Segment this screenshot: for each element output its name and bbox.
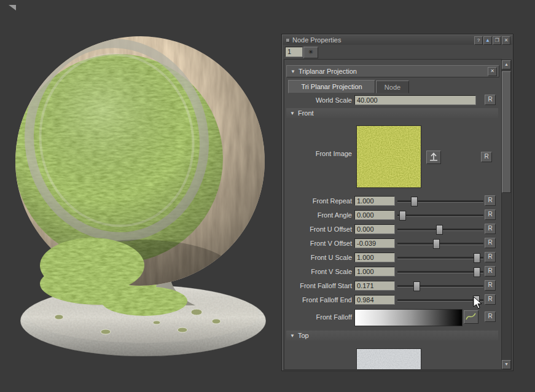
param-field[interactable]: -0.039	[354, 238, 395, 248]
collapse-triangle-icon[interactable]: ▼	[290, 111, 295, 116]
reset-button[interactable]: R	[485, 210, 496, 220]
panel-title: Node Properties	[292, 36, 342, 44]
slider-handle[interactable]	[411, 197, 418, 206]
node-properties-panel: Node Properties ? ▲ ❐ ✕ 1 ✳ ▼ Triplanar …	[281, 34, 514, 371]
edit-curve-button[interactable]	[464, 310, 478, 324]
node-close-button[interactable]: ✕	[488, 67, 497, 76]
load-image-button[interactable]	[426, 151, 441, 164]
param-slider[interactable]	[397, 196, 483, 206]
top-section-header[interactable]: ▼ Top	[286, 331, 498, 340]
slider-track[interactable]	[397, 271, 483, 273]
param-row: Front Falloff End 0.984 R	[284, 294, 501, 305]
front-falloff-gradient[interactable]	[354, 309, 463, 326]
param-label: Front U Scale	[286, 252, 352, 263]
slider-track[interactable]	[397, 257, 483, 259]
param-slider[interactable]	[397, 267, 483, 276]
node-index-field[interactable]: 1	[285, 47, 303, 57]
tab-tri-planar-projection[interactable]: Tri Planar Projection	[288, 80, 375, 93]
param-label: Front U Offset	[286, 224, 352, 235]
world-scale-row: World Scale 40.000 R	[284, 95, 501, 106]
param-row: Front U Offset 0.000 R	[284, 224, 501, 235]
param-field[interactable]: 0.171	[354, 281, 395, 291]
material-preview	[0, 0, 281, 392]
reset-button[interactable]: R	[485, 95, 496, 105]
maximize-icon[interactable]: ▲	[483, 36, 492, 45]
param-row: Front V Offset -0.039 R	[284, 238, 501, 249]
param-field[interactable]: 0.984	[354, 295, 395, 305]
param-slider[interactable]	[397, 224, 483, 234]
param-slider[interactable]	[397, 238, 483, 248]
param-slider[interactable]	[397, 210, 483, 220]
front-image-thumbnail[interactable]	[356, 125, 421, 188]
front-falloff-label: Front Falloff	[286, 312, 352, 323]
param-label: Front V Offset	[286, 238, 352, 249]
param-slider[interactable]	[397, 281, 483, 291]
reset-button[interactable]: R	[485, 195, 496, 206]
front-image-label: Front Image	[286, 148, 352, 159]
world-scale-field[interactable]: 40.000	[354, 95, 476, 105]
reset-button[interactable]: R	[485, 252, 496, 262]
front-section-title: Front	[298, 109, 314, 117]
vertical-scrollbar[interactable]: ▲ ▼	[501, 60, 512, 370]
titlebar-grip-icon	[286, 39, 289, 42]
slider-handle[interactable]	[436, 225, 443, 235]
param-label: Front Falloff Start	[286, 280, 352, 291]
top-image-thumbnail[interactable]	[356, 348, 421, 370]
param-row: Front U Scale 1.000 R	[284, 252, 501, 263]
param-row: Front Falloff Start 0.171 R	[284, 280, 501, 291]
curve-icon	[465, 311, 477, 322]
slider-handle[interactable]	[399, 211, 406, 221]
slider-track[interactable]	[397, 200, 483, 203]
slider-track[interactable]	[397, 285, 483, 288]
top-section-title: Top	[298, 332, 309, 339]
param-row: Front Repeat 1.000 R	[284, 195, 501, 206]
param-label: Front Repeat	[286, 195, 352, 206]
world-scale-label: World Scale	[286, 95, 352, 106]
close-icon[interactable]: ✕	[502, 36, 510, 45]
reset-button[interactable]: R	[481, 152, 492, 162]
app-window: Node Properties ? ▲ ❐ ✕ 1 ✳ ▼ Triplanar …	[0, 0, 535, 392]
param-label: Front Falloff End	[286, 294, 352, 305]
param-row: Front V Scale 1.000 R	[284, 266, 501, 277]
slider-handle[interactable]	[474, 253, 480, 263]
scrollbar-thumb[interactable]	[502, 71, 511, 193]
slider-handle[interactable]	[473, 296, 480, 305]
restore-icon[interactable]: ❐	[493, 36, 501, 45]
reset-button[interactable]: R	[485, 280, 496, 291]
help-icon[interactable]: ?	[474, 36, 483, 45]
collapse-triangle-icon[interactable]: ▼	[290, 333, 295, 339]
param-field[interactable]: 1.000	[354, 253, 395, 262]
load-image-icon	[428, 151, 440, 162]
pick-node-button[interactable]: ✳	[303, 47, 318, 58]
param-row: Front Angle 0.000 R	[284, 210, 501, 221]
slider-handle[interactable]	[474, 267, 480, 277]
param-label: Front V Scale	[286, 266, 352, 277]
scroll-up-icon[interactable]: ▲	[502, 60, 511, 69]
slider-track[interactable]	[397, 243, 483, 245]
param-slider[interactable]	[397, 253, 483, 262]
slider-track[interactable]	[397, 299, 483, 302]
param-field[interactable]: 1.000	[354, 267, 395, 276]
slider-handle[interactable]	[413, 281, 420, 291]
reset-button[interactable]: R	[485, 224, 496, 234]
scroll-down-icon[interactable]: ▼	[502, 360, 511, 369]
reset-button[interactable]: R	[485, 294, 496, 305]
slider-handle[interactable]	[433, 239, 440, 249]
reset-button[interactable]: R	[485, 238, 496, 248]
node-title: Triplanar Projection	[299, 68, 357, 75]
param-field[interactable]: 0.000	[354, 210, 395, 220]
collapse-triangle-icon[interactable]: ▼	[291, 69, 295, 74]
front-section-header[interactable]: ▼ Front	[286, 108, 498, 118]
reset-button[interactable]: R	[485, 312, 496, 322]
param-field[interactable]: 0.000	[354, 224, 395, 234]
param-slider[interactable]	[397, 295, 483, 305]
properties-scroll-area: ▼ Triplanar Projection ✕ Tri Planar Proj…	[284, 59, 502, 370]
panel-titlebar[interactable]: Node Properties ? ▲ ❐ ✕	[283, 35, 512, 45]
tab-node[interactable]: Node	[376, 80, 409, 93]
node-header[interactable]: ▼ Triplanar Projection ✕	[286, 65, 499, 77]
param-field[interactable]: 1.000	[354, 196, 395, 206]
reset-button[interactable]: R	[485, 266, 496, 276]
slider-track[interactable]	[397, 214, 483, 217]
param-label: Front Angle	[286, 210, 352, 221]
